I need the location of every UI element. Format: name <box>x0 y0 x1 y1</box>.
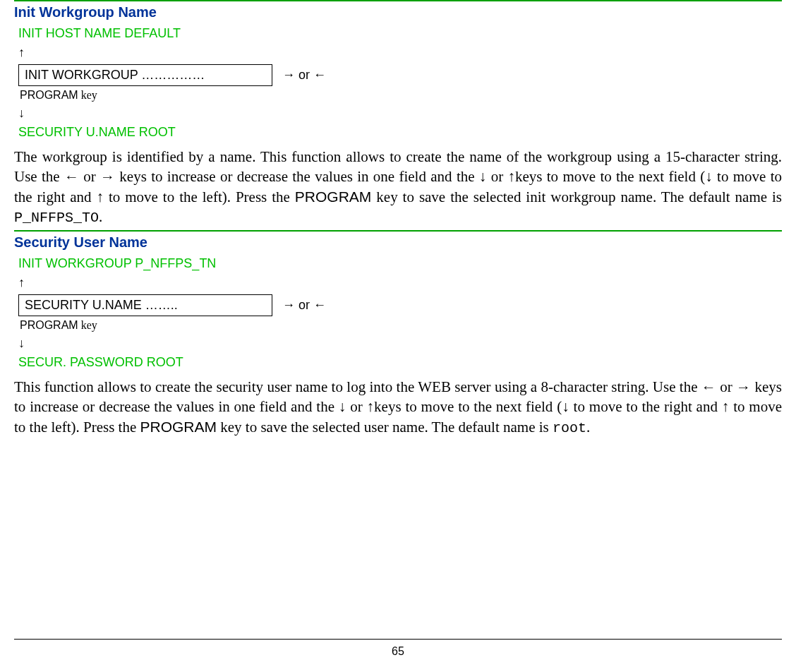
body-program-word: PROGRAM <box>140 419 217 435</box>
nav-above-init-host: INIT HOST NAME DEFAULT <box>18 26 782 41</box>
heading-init-workgroup: Init Workgroup Name <box>14 4 782 20</box>
page-number: 65 <box>392 645 404 657</box>
program-key-label: PROGRAM key <box>20 319 782 332</box>
left-right-arrows-icon: → or ← <box>282 298 326 313</box>
nav-above-init-workgroup: INIT WORKGROUP P_NFFPS_TN <box>18 256 782 271</box>
program-key-label: PROGRAM key <box>20 89 782 102</box>
body-text-mid: key to save the selected user name. The … <box>217 419 553 436</box>
page-footer: 65 <box>14 639 782 658</box>
display-box-init-workgroup: INIT WORKGROUP …………… <box>18 64 272 86</box>
program-word: PROGRAM <box>20 89 78 101</box>
body-text-end: . <box>586 419 590 436</box>
down-arrow-icon: ↓ <box>18 336 782 351</box>
body-mono-default: P_NFFPS_TO <box>14 210 99 226</box>
nav-below-security-uname: SECURITY U.NAME ROOT <box>18 125 782 140</box>
heading-security-user: Security User Name <box>14 234 782 251</box>
up-arrow-icon: ↑ <box>18 45 782 60</box>
up-arrow-icon: ↑ <box>18 275 782 290</box>
left-right-arrows-icon: → or ← <box>282 68 326 83</box>
page: Init Workgroup Name INIT HOST NAME DEFAU… <box>0 0 796 672</box>
body-program-word: PROGRAM <box>295 188 372 205</box>
display-box-security-uname: SECURITY U.NAME …….. <box>18 294 272 316</box>
nav-below-secur-password: SECUR. PASSWORD ROOT <box>18 355 782 370</box>
boxed-row-security-uname: SECURITY U.NAME …….. → or ← <box>18 294 782 316</box>
key-word: key <box>78 319 97 331</box>
body-text-mid: key to save the selected init workgroup … <box>371 188 782 205</box>
boxed-row-init-workgroup: INIT WORKGROUP …………… → or ← <box>18 64 782 86</box>
body-security-user: This function allows to create the secur… <box>14 377 782 438</box>
down-arrow-icon: ↓ <box>18 106 782 121</box>
key-word: key <box>78 89 97 101</box>
body-mono-default: root <box>553 420 586 436</box>
body-text-end: . <box>99 208 102 225</box>
body-init-workgroup: The workgroup is identified by a name. T… <box>14 147 782 227</box>
program-word: PROGRAM <box>20 319 78 331</box>
section-init-workgroup: Init Workgroup Name INIT HOST NAME DEFAU… <box>14 0 782 227</box>
section-security-user: Security User Name INIT WORKGROUP P_NFFP… <box>14 230 782 438</box>
